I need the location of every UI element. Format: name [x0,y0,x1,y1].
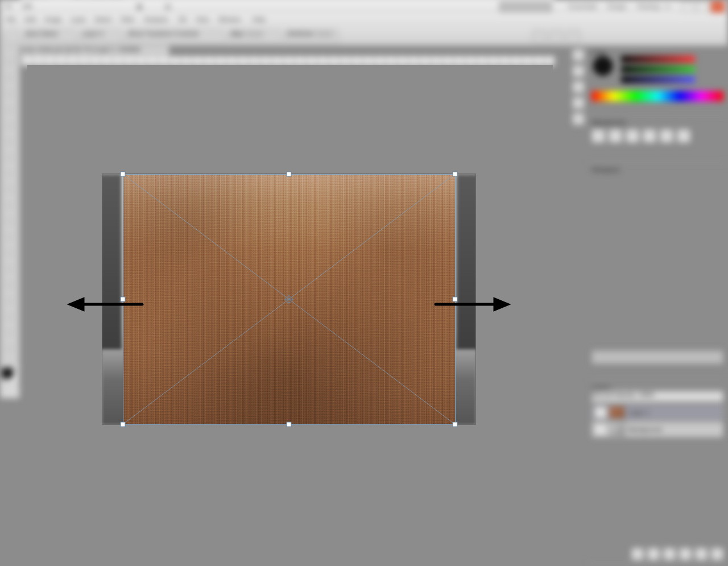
layer-name[interactable]: Background [628,426,723,433]
layers-title: Layers [592,384,723,391]
layers-blend-row[interactable]: Normal Opacity: 100% [592,391,723,402]
tool-pen[interactable] [2,270,17,284]
menu-help[interactable]: Help [253,16,266,23]
color-panel: Color [587,46,728,115]
layer-fx-button[interactable] [631,548,644,560]
ws-essentials[interactable]: Essentials [569,3,597,10]
visibility-toggle[interactable] [594,423,607,436]
tool-eraser[interactable] [2,206,17,221]
menu-analysis[interactable]: Analysis [144,16,168,23]
layer-row-background[interactable]: Background [592,422,723,437]
layer-mask-button[interactable] [647,548,660,560]
options-ricon-2[interactable] [549,30,563,43]
tool-heal[interactable] [2,142,17,157]
layer-group-button[interactable] [679,548,692,560]
tool-history[interactable] [2,190,17,205]
tool-blur[interactable] [2,238,17,253]
search-field[interactable] [499,2,552,12]
tool-wand[interactable] [2,94,17,109]
slider-g[interactable] [621,66,695,73]
layer-thumb-icon [609,406,625,419]
tool-type[interactable] [2,286,17,300]
options-ricon-3[interactable] [566,30,580,43]
opt-align[interactable]: Align ▢▢▢ [230,30,282,43]
layer-adj-button[interactable] [663,548,676,560]
color-panel-title: Color [592,49,723,56]
canvas-area[interactable] [27,65,553,542]
tool-hand[interactable] [2,333,17,348]
options-ricon-1[interactable] [532,30,546,43]
menu-edit[interactable]: Edit [25,16,36,23]
dock-tab-1[interactable] [572,49,585,61]
layer-row-layer1[interactable]: Layer 1 [592,404,723,420]
spectrum-ramp[interactable] [592,91,723,101]
color-swatch[interactable] [593,56,613,76]
svg-marker-4 [71,299,83,309]
adj-icon-3[interactable] [626,129,639,143]
tool-eyedrop[interactable] [2,126,17,141]
mb-badge[interactable]: MB [23,3,32,10]
tool-gradient[interactable] [2,222,17,237]
opt-autoselect[interactable]: Auto-Select [25,30,77,43]
adj-icon-1[interactable] [592,129,605,143]
opt-showtransform[interactable]: Show Transform Controls [127,30,225,43]
rust-layer[interactable] [123,174,455,424]
slider-b[interactable] [621,76,695,83]
menu-file[interactable]: File [6,16,16,23]
adjustments-title: Adjustments [592,119,723,126]
menu-filter[interactable]: Filter [121,16,134,23]
ws-painting[interactable]: Painting [637,3,660,10]
arrow-right-icon [435,299,508,309]
tool-path[interactable] [2,301,17,316]
window-max-button[interactable] [696,1,710,13]
tool-dodge[interactable] [2,254,17,268]
menu-select[interactable]: Select [94,16,112,23]
adj-icon-2[interactable] [609,129,622,143]
window-min-button[interactable] [681,1,695,13]
document-tab[interactable]: rusty-metal.psd @ 66.7% (Layer 1, RGB/8) [20,46,169,56]
dock-tab-4[interactable] [572,97,585,109]
adj-icon-6[interactable] [677,129,690,143]
ws-more[interactable]: >> [664,3,671,10]
adjustments-panel: Adjustments [587,115,728,163]
screenmode1[interactable]: ▣ [136,3,142,10]
options-bar: Auto-Select Layer ▾ Show Transform Contr… [0,26,728,46]
window-close-button[interactable] [711,1,725,13]
tool-crop[interactable] [2,110,17,125]
menu-view[interactable]: View [196,16,209,23]
tool-marquee[interactable] [2,63,17,77]
visibility-toggle[interactable] [594,406,607,419]
fg-bg-swatch[interactable] [2,367,18,383]
screenmode2[interactable]: ▤ [165,3,171,10]
layer-delete-button[interactable] [711,548,723,560]
tool-lasso[interactable] [2,79,17,93]
adj-icon-4[interactable] [643,129,656,143]
opt-distribute[interactable]: Distribute ▢▢▢ [287,30,339,43]
dock-tab-2[interactable] [572,65,585,77]
tool-brush[interactable] [2,158,17,173]
layers-blendmode[interactable]: Normal [592,391,612,398]
fg-color-swatch[interactable] [2,367,13,379]
menu-3d[interactable]: 3D [179,16,187,23]
slider-r[interactable] [621,56,695,63]
br-badge[interactable]: Br [6,3,12,10]
adj-icon-5[interactable] [660,129,673,143]
histogram-bar [592,350,723,364]
dock-tab-3[interactable] [572,81,585,93]
layer-new-button[interactable] [695,548,708,560]
tool-zoom[interactable] [2,349,17,364]
dock-tab-5[interactable] [572,113,585,125]
layer-name[interactable]: Layer 1 [628,409,723,416]
ws-design[interactable]: Design [607,3,627,10]
layers-panel: Layers Normal Opacity: 100% Layer 1 Back… [587,381,728,564]
options-tool-icon [5,30,20,43]
document-image[interactable] [102,174,475,424]
menu-window[interactable]: Window [218,16,241,23]
tool-stamp[interactable] [2,174,17,189]
opt-layer-dd[interactable]: Layer ▾ [82,30,123,43]
tool-shape[interactable] [2,317,17,332]
menu-image[interactable]: Image [44,16,62,23]
menu-layer[interactable]: Layer [71,16,86,23]
layers-opacity[interactable]: Opacity: 100% [614,391,655,398]
tool-move[interactable] [2,47,17,61]
